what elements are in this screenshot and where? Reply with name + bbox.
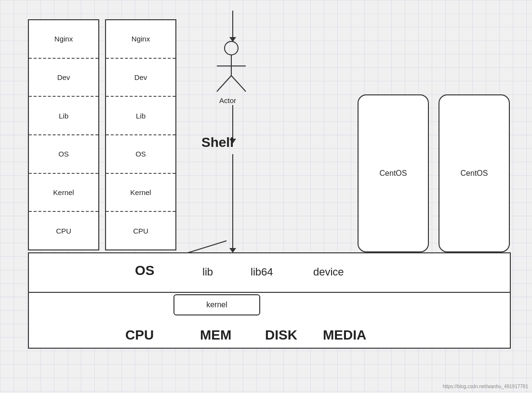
actor-label: Actor	[219, 96, 236, 105]
top-arrow	[229, 11, 236, 42]
platform-device-label: device	[313, 266, 344, 278]
arrow-line	[232, 105, 233, 139]
platform-mem-label: MEM	[200, 328, 231, 343]
layer-dev-2: Dev	[106, 59, 175, 97]
container-box-1: Nginx Dev Lib OS Kernel CPU	[28, 19, 99, 250]
platform-lib64-label: lib64	[251, 266, 273, 278]
platform-box: OS lib lib64 device kernel CPU MEM DISK …	[28, 252, 511, 349]
svg-line-4	[231, 76, 246, 92]
container-box-2: Nginx Dev Lib OS Kernel CPU	[105, 19, 176, 250]
layer-os-2: OS	[106, 135, 175, 174]
shell-label: Shell	[201, 135, 234, 150]
svg-line-3	[217, 76, 231, 92]
platform-media-label: MEDIA	[323, 328, 366, 343]
layer-os-1: OS	[29, 135, 98, 174]
layer-cpu-1: CPU	[29, 212, 98, 249]
platform-divider	[29, 292, 510, 293]
layer-kernel-1: Kernel	[29, 174, 98, 212]
platform-cpu-label: CPU	[125, 328, 154, 343]
layer-lib-2: Lib	[106, 97, 175, 135]
platform-lib-label: lib	[202, 266, 213, 278]
platform-disk-label: DISK	[265, 328, 297, 343]
watermark: https://blog.csdn.net/wanhu_491917781	[443, 384, 528, 389]
shell-to-platform-arrow	[229, 154, 236, 253]
arrow-line	[232, 11, 233, 37]
arrow-line	[232, 154, 233, 248]
layer-lib-1: Lib	[29, 97, 98, 135]
platform-os-label: OS	[135, 263, 154, 278]
layer-cpu-2: CPU	[106, 212, 175, 249]
centos-box-2: CentOS	[439, 94, 510, 252]
layer-dev-1: Dev	[29, 59, 98, 97]
layer-kernel-2: Kernel	[106, 174, 175, 212]
layer-nginx-2: Nginx	[106, 20, 175, 59]
layer-nginx-1: Nginx	[29, 20, 98, 59]
kernel-box: kernel	[173, 294, 260, 315]
actor-figure	[212, 39, 251, 99]
centos-box-1: CentOS	[358, 94, 429, 252]
svg-point-0	[225, 41, 238, 55]
